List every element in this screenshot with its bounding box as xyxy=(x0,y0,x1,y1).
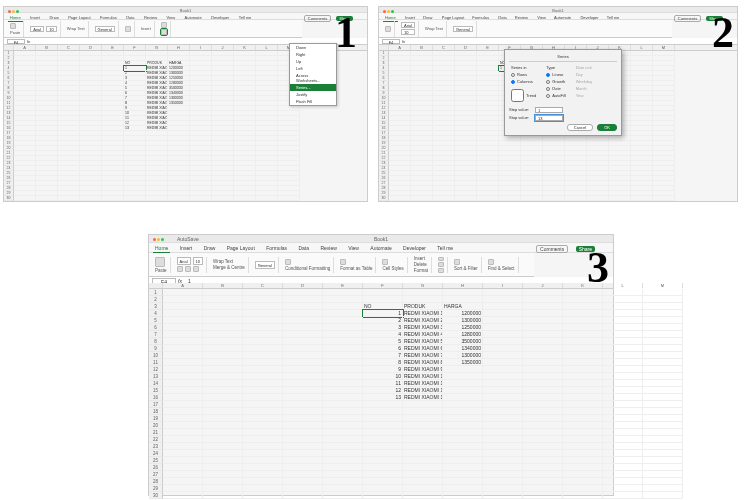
cell[interactable]: 1 xyxy=(363,310,403,317)
cell[interactable] xyxy=(643,415,683,422)
cell[interactable] xyxy=(278,196,300,201)
cell[interactable] xyxy=(163,443,203,450)
cell[interactable] xyxy=(323,429,363,436)
cell[interactable] xyxy=(523,492,563,499)
cell[interactable] xyxy=(243,303,283,310)
cell[interactable] xyxy=(323,387,363,394)
cell[interactable] xyxy=(523,401,563,408)
cell[interactable] xyxy=(363,443,403,450)
cell[interactable] xyxy=(363,450,403,457)
col-F[interactable]: F xyxy=(363,283,403,288)
cell[interactable]: REDMI XIAOMI 1 xyxy=(403,310,443,317)
cell[interactable] xyxy=(163,492,203,499)
cell[interactable] xyxy=(565,196,587,201)
cell[interactable] xyxy=(603,478,643,485)
cell[interactable] xyxy=(523,373,563,380)
row-header[interactable]: 24 xyxy=(149,450,163,457)
cell[interactable] xyxy=(203,345,243,352)
cell[interactable] xyxy=(563,485,603,492)
cell[interactable] xyxy=(243,401,283,408)
radio-autofill[interactable]: AutoFill xyxy=(546,93,565,98)
row-header[interactable]: 19 xyxy=(149,415,163,422)
cell[interactable] xyxy=(163,387,203,394)
cell[interactable] xyxy=(323,303,363,310)
cell[interactable] xyxy=(443,289,483,296)
tab-home[interactable]: Home xyxy=(153,244,170,253)
cell[interactable] xyxy=(563,303,603,310)
col-D[interactable]: D xyxy=(455,45,477,50)
radio-linear[interactable]: Linear xyxy=(546,72,565,77)
cell[interactable] xyxy=(163,464,203,471)
cell[interactable] xyxy=(523,352,563,359)
cell[interactable] xyxy=(203,464,243,471)
cell[interactable] xyxy=(203,422,243,429)
cell[interactable] xyxy=(411,196,433,201)
cell[interactable] xyxy=(283,331,323,338)
cell[interactable] xyxy=(563,394,603,401)
cell[interactable] xyxy=(363,401,403,408)
cell[interactable]: 1200000 xyxy=(443,310,483,317)
cell[interactable] xyxy=(323,478,363,485)
cell[interactable] xyxy=(587,196,609,201)
cell[interactable] xyxy=(609,196,631,201)
cell[interactable] xyxy=(323,352,363,359)
cell[interactable]: 12 xyxy=(363,387,403,394)
cell[interactable] xyxy=(203,380,243,387)
cell[interactable]: NO xyxy=(363,303,403,310)
cell[interactable] xyxy=(203,338,243,345)
radio-growth[interactable]: Growth xyxy=(546,79,565,84)
cell[interactable] xyxy=(203,457,243,464)
cell[interactable] xyxy=(643,373,683,380)
row-header[interactable]: 16 xyxy=(149,394,163,401)
cell[interactable] xyxy=(643,338,683,345)
cell[interactable] xyxy=(323,394,363,401)
cell[interactable] xyxy=(243,387,283,394)
cell[interactable] xyxy=(523,471,563,478)
cell[interactable] xyxy=(363,492,403,499)
cell[interactable]: 7 xyxy=(363,352,403,359)
tab-automate[interactable]: Automate xyxy=(182,14,203,21)
cell[interactable] xyxy=(163,317,203,324)
cell[interactable] xyxy=(323,345,363,352)
row-header[interactable]: 30 xyxy=(4,196,14,201)
cell[interactable] xyxy=(603,324,643,331)
cell[interactable] xyxy=(443,394,483,401)
cell[interactable] xyxy=(163,485,203,492)
row-header[interactable]: 6 xyxy=(149,324,163,331)
cell[interactable] xyxy=(603,457,643,464)
cell[interactable] xyxy=(363,296,403,303)
cell[interactable] xyxy=(203,450,243,457)
cell[interactable] xyxy=(643,471,683,478)
cell[interactable]: 4 xyxy=(363,331,403,338)
cell[interactable] xyxy=(323,450,363,457)
cell[interactable] xyxy=(323,471,363,478)
merge-center[interactable]: Merge & Centre xyxy=(213,265,245,270)
col-E[interactable]: E xyxy=(102,45,124,50)
cell[interactable]: 1300000 xyxy=(443,352,483,359)
cell[interactable] xyxy=(14,196,36,201)
cell[interactable] xyxy=(323,408,363,415)
cell[interactable] xyxy=(603,422,643,429)
cell[interactable] xyxy=(563,478,603,485)
cell[interactable] xyxy=(603,310,643,317)
cell[interactable] xyxy=(603,373,643,380)
cell[interactable] xyxy=(603,492,643,499)
cell[interactable] xyxy=(243,352,283,359)
cell[interactable] xyxy=(323,485,363,492)
cell[interactable] xyxy=(243,450,283,457)
cell[interactable] xyxy=(203,387,243,394)
cell[interactable] xyxy=(443,478,483,485)
cell[interactable] xyxy=(643,324,683,331)
cell[interactable]: REDMI XIAOMI 7 xyxy=(403,352,443,359)
cell[interactable]: 9 xyxy=(363,366,403,373)
col-C[interactable]: C xyxy=(433,45,455,50)
cell[interactable] xyxy=(403,436,443,443)
cell[interactable] xyxy=(323,401,363,408)
cell[interactable] xyxy=(603,380,643,387)
cell[interactable] xyxy=(403,464,443,471)
underline-icon[interactable] xyxy=(193,266,199,272)
cell[interactable]: 13 xyxy=(363,394,403,401)
cell[interactable] xyxy=(543,196,565,201)
cell[interactable] xyxy=(163,359,203,366)
cell[interactable]: REDMI XIAOMI 8 xyxy=(403,359,443,366)
